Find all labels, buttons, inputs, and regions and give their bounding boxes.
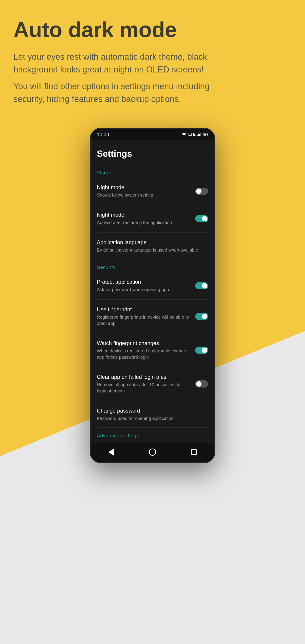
toggle-watch-fingerprint[interactable] (195, 346, 208, 354)
signal-icon (198, 133, 202, 136)
promo-title: Auto dark mode (14, 18, 292, 42)
setting-night-mode-restart-title: Night mode (97, 212, 191, 218)
setting-clear-app[interactable]: Clear app on failed login tries Remove a… (97, 369, 208, 399)
divider-1 (97, 205, 208, 205)
setting-night-mode-system[interactable]: Night mode Should follow system setting (97, 179, 208, 203)
nav-recents-icon (191, 449, 197, 455)
setting-fingerprint-subtitle: Registered fingerprints in device will b… (97, 314, 191, 326)
setting-watch-fingerprint-subtitle: When device's registered fingerprints ch… (97, 348, 191, 360)
setting-app-language-text: Application language By default system l… (97, 239, 208, 253)
setting-protect-app-title: Protect application (97, 279, 191, 285)
toggle-knob-watch-fingerprint (202, 348, 207, 353)
divider-5 (97, 367, 208, 367)
nav-home-icon (149, 448, 156, 456)
wifi-icon (182, 133, 186, 136)
battery-icon (203, 133, 208, 136)
setting-clear-app-title: Clear app on failed login tries (97, 374, 191, 380)
svg-rect-3 (199, 134, 200, 136)
setting-night-mode-restart-text: Night mode Applied after restarting the … (97, 212, 195, 226)
setting-night-mode-restart[interactable]: Night mode Applied after restarting the … (97, 207, 208, 230)
phone-mockup: 10:00 LTE (90, 128, 215, 463)
setting-clear-app-subtitle: Remove all app data after 10 unsuccessfu… (97, 382, 191, 394)
setting-app-language-title: Application language (97, 239, 204, 246)
svg-rect-6 (204, 134, 206, 136)
screen-content: Settings Visual Night mode Should follow… (90, 140, 214, 441)
toggle-knob-fingerprint (202, 314, 207, 319)
setting-clear-app-text: Clear app on failed login tries Remove a… (97, 374, 195, 394)
setting-watch-fingerprint[interactable]: Watch fingerprint changes When device's … (97, 335, 208, 365)
toggle-night-mode-system[interactable] (195, 188, 208, 195)
nav-bar (90, 443, 214, 462)
screen-title: Settings (97, 146, 208, 166)
toggle-fingerprint[interactable] (195, 313, 208, 320)
setting-fingerprint[interactable]: Use fingerprint Registered fingerprints … (97, 302, 208, 332)
toggle-knob-clear-app (196, 381, 202, 386)
toggle-knob-night-mode-system (196, 188, 202, 194)
setting-app-language[interactable]: Application language By default system l… (97, 234, 208, 258)
svg-rect-1 (198, 135, 198, 136)
toggle-night-mode-restart[interactable] (195, 215, 208, 222)
section-divider-security (97, 259, 208, 259)
setting-app-language-subtitle: By default system language is used when … (97, 247, 204, 253)
security-section-header: Security (97, 260, 208, 274)
toggle-knob-protect-app (202, 283, 207, 288)
divider-4 (97, 333, 208, 334)
setting-change-password-subtitle: Password used for opening application (97, 415, 204, 422)
setting-change-password[interactable]: Change password Password used for openin… (97, 403, 208, 426)
lte-label: LTE (188, 132, 196, 137)
promo-description-2: You will find other options in settings … (14, 80, 215, 106)
status-icons: LTE (182, 132, 208, 137)
setting-night-mode-system-text: Night mode Should follow system setting (97, 184, 195, 198)
setting-change-password-title: Change password (97, 408, 204, 414)
nav-recents-button[interactable] (190, 448, 198, 456)
svg-rect-7 (207, 134, 208, 135)
setting-night-mode-system-title: Night mode (97, 184, 191, 190)
status-time: 10:00 (97, 132, 109, 138)
setting-watch-fingerprint-text: Watch fingerprint changes When device's … (97, 340, 195, 360)
setting-protect-app-text: Protect application Ask for password whe… (97, 279, 195, 293)
setting-fingerprint-title: Use fingerprint (97, 306, 191, 312)
setting-fingerprint-text: Use fingerprint Registered fingerprints … (97, 306, 195, 326)
toggle-clear-app[interactable] (195, 380, 208, 388)
section-divider-advanced (97, 427, 208, 428)
setting-night-mode-restart-subtitle: Applied after restarting the application (97, 219, 191, 226)
setting-watch-fingerprint-title: Watch fingerprint changes (97, 340, 191, 346)
promo-section: Auto dark mode Let your eyes rest with a… (0, 0, 305, 114)
visual-section: Visual Night mode Should follow system s… (97, 166, 208, 258)
advanced-section-header: Advanced settings (97, 428, 208, 441)
nav-back-icon (108, 448, 114, 456)
toggle-protect-app[interactable] (195, 282, 208, 289)
visual-section-header: Visual (97, 166, 208, 179)
setting-protect-app-subtitle: Ask for password when opening app (97, 286, 191, 293)
setting-change-password-text: Change password Password used for openin… (97, 408, 208, 422)
setting-protect-app[interactable]: Protect application Ask for password whe… (97, 274, 208, 298)
status-bar: 10:00 LTE (90, 128, 214, 140)
security-section: Security Protect application Ask for pas… (97, 260, 208, 426)
nav-back-button[interactable] (107, 448, 115, 456)
phone-wrapper: 10:00 LTE (0, 128, 305, 481)
toggle-knob-night-mode-restart (202, 216, 207, 222)
divider-2 (97, 232, 208, 232)
svg-rect-4 (200, 133, 201, 136)
divider-6 (97, 401, 208, 401)
nav-home-button[interactable] (148, 448, 156, 456)
svg-point-0 (184, 136, 184, 136)
setting-night-mode-system-subtitle: Should follow system setting (97, 192, 191, 198)
promo-description-1: Let your eyes rest with automatic dark t… (14, 50, 215, 76)
divider-3 (97, 300, 208, 300)
svg-rect-2 (198, 134, 199, 136)
